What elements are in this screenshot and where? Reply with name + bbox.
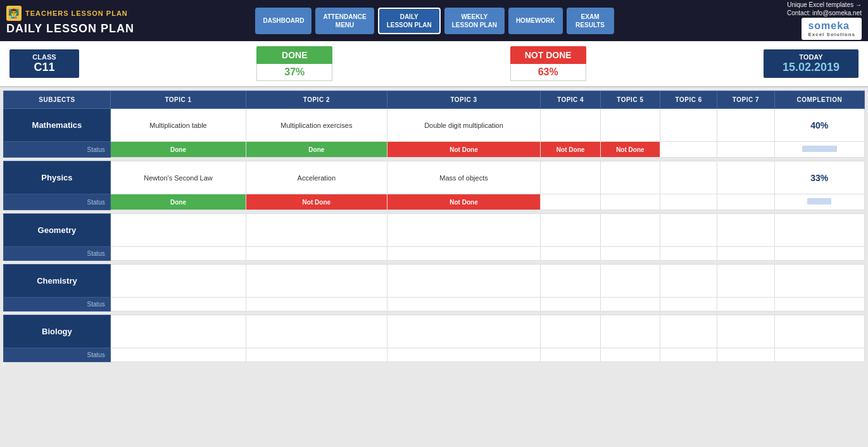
header-right: Unique Excel templates → Contact: info@s… — [735, 1, 862, 40]
table-row: MathematicsMultiplication tableMultiplic… — [4, 109, 865, 142]
header: 👨‍🏫 TEACHERS LESSON PLAN DAILY LESSON PL… — [0, 0, 868, 41]
topic-3-1[interactable] — [246, 265, 387, 298]
topic-3-2[interactable] — [387, 265, 541, 298]
status-cell-4-3[interactable] — [541, 348, 600, 362]
progress-bar-3 — [774, 298, 864, 312]
status-cell-0-6[interactable] — [717, 142, 774, 158]
topic-3-0[interactable] — [110, 265, 246, 298]
status-cell-3-6[interactable] — [717, 298, 774, 312]
topic-0-1[interactable]: Multiplication exercises — [246, 109, 387, 142]
topic-4-3[interactable] — [541, 315, 600, 348]
status-cell-0-1[interactable]: Done — [246, 142, 387, 158]
topic-1-0[interactable]: Newton's Second Law — [110, 161, 246, 194]
topic-3-4[interactable] — [600, 265, 660, 298]
completion-1: 33% — [774, 161, 864, 194]
status-cell-1-5[interactable] — [660, 194, 717, 210]
row-separator — [4, 362, 865, 366]
nav-dashboard[interactable]: DASHBOARD — [255, 8, 311, 34]
topic-2-4[interactable] — [600, 214, 660, 247]
status-cell-4-5[interactable] — [660, 348, 717, 362]
topic-2-2[interactable] — [387, 214, 541, 247]
status-cell-3-1[interactable] — [246, 298, 387, 312]
topic-2-5[interactable] — [660, 214, 717, 247]
col-topic5: TOPIC 5 — [600, 91, 660, 109]
status-row: Status — [4, 348, 865, 362]
topic-3-3[interactable] — [541, 265, 600, 298]
notdone-block: NOT DONE 63% — [510, 46, 586, 81]
topic-4-0[interactable] — [110, 315, 246, 348]
topic-0-6[interactable] — [717, 109, 774, 142]
topic-4-5[interactable] — [660, 315, 717, 348]
promo-text: Unique Excel templates → — [787, 1, 862, 8]
topic-1-2[interactable]: Mass of objects — [387, 161, 541, 194]
today-label: TODAY — [779, 53, 843, 61]
status-cell-4-6[interactable] — [717, 348, 774, 362]
status-cell-2-5[interactable] — [660, 247, 717, 261]
done-pct: 37% — [256, 64, 332, 81]
done-label: DONE — [256, 46, 332, 64]
nav-weekly-lesson[interactable]: WEEKLYLESSON PLAN — [444, 8, 505, 34]
completion-2 — [774, 214, 864, 247]
col-topic6: TOPIC 6 — [660, 91, 717, 109]
status-cell-4-1[interactable] — [246, 348, 387, 362]
status-cell-4-0[interactable] — [110, 348, 246, 362]
topic-1-3[interactable] — [541, 161, 600, 194]
teacher-icon: 👨‍🏫 — [6, 6, 22, 21]
status-cell-2-2[interactable] — [387, 247, 541, 261]
status-cell-0-0[interactable]: Done — [110, 142, 246, 158]
status-cell-2-3[interactable] — [541, 247, 600, 261]
nav-homework[interactable]: HOMEWORK — [508, 8, 563, 34]
status-cell-0-3[interactable]: Not Done — [541, 142, 600, 158]
status-cell-2-0[interactable] — [110, 247, 246, 261]
status-cell-4-2[interactable] — [387, 348, 541, 362]
status-cell-2-6[interactable] — [717, 247, 774, 261]
nav-daily-lesson[interactable]: DAILYLESSON PLAN — [378, 8, 441, 34]
status-cell-2-4[interactable] — [600, 247, 660, 261]
subject-chemistry: Chemistry — [4, 265, 111, 298]
topic-2-6[interactable] — [717, 214, 774, 247]
topic-2-0[interactable] — [110, 214, 246, 247]
topic-4-4[interactable] — [600, 315, 660, 348]
status-cell-3-3[interactable] — [541, 298, 600, 312]
topic-1-5[interactable] — [660, 161, 717, 194]
status-cell-1-3[interactable] — [541, 194, 600, 210]
topic-0-5[interactable] — [660, 109, 717, 142]
status-cell-2-1[interactable] — [246, 247, 387, 261]
topic-0-0[interactable]: Multiplication table — [110, 109, 246, 142]
table-row: Chemistry — [4, 265, 865, 298]
status-cell-1-6[interactable] — [717, 194, 774, 210]
status-cell-1-0[interactable]: Done — [110, 194, 246, 210]
status-cell-4-4[interactable] — [600, 348, 660, 362]
nav-attendance[interactable]: ATTENDANCEMENU — [315, 8, 374, 34]
topic-1-4[interactable] — [600, 161, 660, 194]
app-title: DAILY LESSON PLAN — [6, 22, 134, 35]
topic-1-1[interactable]: Acceleration — [246, 161, 387, 194]
status-cell-1-1[interactable]: Not Done — [246, 194, 387, 210]
app-subtitle: 👨‍🏫 TEACHERS LESSON PLAN — [6, 6, 134, 21]
topic-1-6[interactable] — [717, 161, 774, 194]
col-topic7: TOPIC 7 — [717, 91, 774, 109]
status-cell-3-5[interactable] — [660, 298, 717, 312]
topic-4-2[interactable] — [387, 315, 541, 348]
progress-bar-0 — [774, 142, 864, 158]
topic-2-1[interactable] — [246, 214, 387, 247]
topic-2-3[interactable] — [541, 214, 600, 247]
nav-exam-results[interactable]: EXAMRESULTS — [567, 8, 614, 34]
topic-4-6[interactable] — [717, 315, 774, 348]
status-cell-1-4[interactable] — [600, 194, 660, 210]
status-label-3: Status — [4, 298, 111, 312]
nav-bar: DASHBOARD ATTENDANCEMENU DAILYLESSON PLA… — [134, 8, 735, 34]
status-cell-1-2[interactable]: Not Done — [387, 194, 541, 210]
status-cell-3-2[interactable] — [387, 298, 541, 312]
topic-3-6[interactable] — [717, 265, 774, 298]
topic-0-2[interactable]: Double digit multiplication — [387, 109, 541, 142]
topic-3-5[interactable] — [660, 265, 717, 298]
topic-0-4[interactable] — [600, 109, 660, 142]
status-cell-0-4[interactable]: Not Done — [600, 142, 660, 158]
status-cell-0-5[interactable] — [660, 142, 717, 158]
topic-4-1[interactable] — [246, 315, 387, 348]
topic-0-3[interactable] — [541, 109, 600, 142]
status-cell-0-2[interactable]: Not Done — [387, 142, 541, 158]
status-cell-3-4[interactable] — [600, 298, 660, 312]
status-cell-3-0[interactable] — [110, 298, 246, 312]
